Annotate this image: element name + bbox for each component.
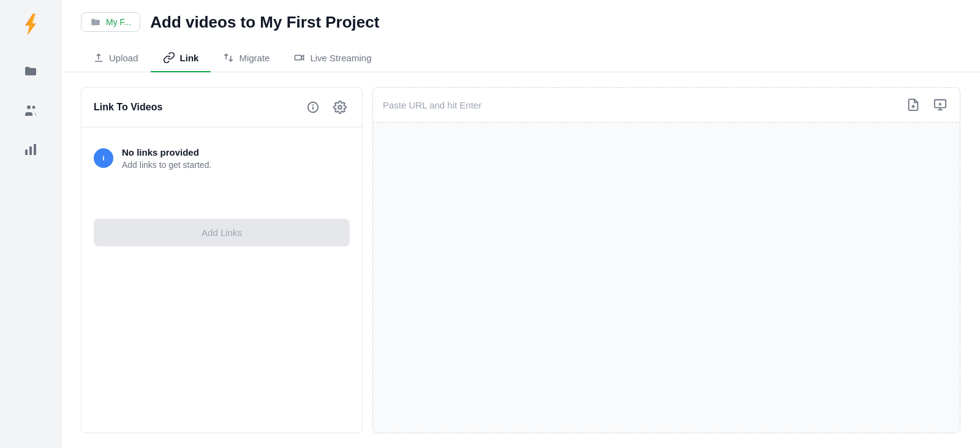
left-panel-title: Link To Videos bbox=[94, 102, 162, 113]
empty-state: No links provided Add links to get start… bbox=[81, 127, 362, 182]
tab-live-streaming-label: Live Streaming bbox=[310, 53, 371, 63]
svg-point-2 bbox=[27, 105, 31, 109]
tab-upload-label: Upload bbox=[109, 53, 138, 63]
tabs-bar: Upload Link Migrate Live Streaming bbox=[61, 44, 980, 72]
tab-live-streaming[interactable]: Live Streaming bbox=[282, 45, 383, 72]
panel-actions bbox=[303, 97, 350, 117]
sidebar-item-projects[interactable] bbox=[16, 56, 45, 86]
tab-migrate-label: Migrate bbox=[239, 53, 270, 63]
svg-marker-1 bbox=[26, 14, 36, 36]
page-title: Add videos to My First Project bbox=[150, 13, 379, 32]
info-icon bbox=[94, 148, 113, 168]
left-panel-header: Link To Videos bbox=[81, 88, 362, 127]
svg-point-11 bbox=[338, 105, 342, 109]
upload-file-icon-btn[interactable] bbox=[903, 95, 923, 115]
project-badge[interactable]: My F... bbox=[81, 12, 140, 32]
tab-link-label: Link bbox=[180, 53, 199, 63]
sidebar bbox=[0, 0, 61, 448]
svg-marker-20 bbox=[939, 102, 942, 106]
page-header: My F... Add videos to My First Project bbox=[61, 0, 980, 32]
svg-rect-5 bbox=[29, 146, 32, 155]
svg-rect-4 bbox=[25, 150, 28, 155]
url-input-row bbox=[373, 88, 960, 123]
svg-point-3 bbox=[32, 106, 35, 109]
tab-migrate[interactable]: Migrate bbox=[211, 45, 282, 72]
content-area: Link To Videos bbox=[61, 72, 980, 448]
empty-state-text: No links provided Add links to get start… bbox=[122, 147, 211, 170]
info-icon-btn[interactable] bbox=[303, 97, 323, 117]
app-logo[interactable] bbox=[16, 10, 45, 39]
sidebar-item-analytics[interactable] bbox=[16, 135, 45, 164]
add-links-button[interactable]: Add Links bbox=[94, 219, 350, 246]
link-to-videos-panel: Link To Videos bbox=[81, 87, 363, 433]
url-input-panel bbox=[372, 87, 960, 433]
playlist-icon-btn[interactable] bbox=[930, 95, 950, 115]
svg-rect-6 bbox=[34, 144, 36, 155]
settings-icon-btn[interactable] bbox=[330, 97, 350, 117]
project-name: My F... bbox=[106, 17, 131, 27]
main-content: My F... Add videos to My First Project U… bbox=[61, 0, 980, 448]
url-input[interactable] bbox=[383, 100, 896, 110]
tab-upload[interactable]: Upload bbox=[81, 45, 151, 72]
empty-state-desc: Add links to get started. bbox=[122, 160, 211, 170]
svg-rect-7 bbox=[295, 55, 302, 60]
sidebar-item-team[interactable] bbox=[16, 96, 45, 125]
empty-state-title: No links provided bbox=[122, 147, 211, 158]
tab-link[interactable]: Link bbox=[151, 44, 211, 72]
